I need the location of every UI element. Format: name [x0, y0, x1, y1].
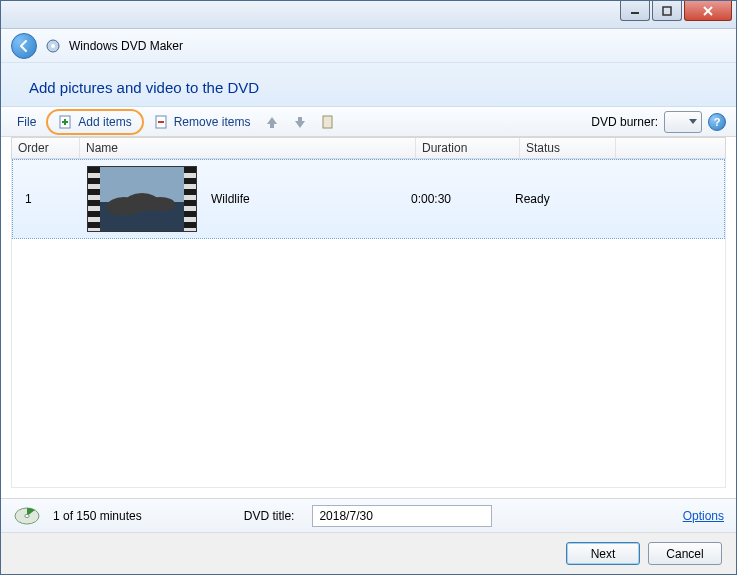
list-area: Order Name Duration Status 1 Wildlife 0:…: [1, 137, 736, 498]
column-order[interactable]: Order: [12, 138, 80, 158]
add-items-icon: [58, 114, 74, 130]
column-name[interactable]: Name: [80, 138, 416, 158]
disc-usage-icon: [13, 506, 41, 526]
remove-items-label: Remove items: [174, 115, 251, 129]
list-body: 1 Wildlife 0:00:30 Ready: [11, 159, 726, 488]
list-header: Order Name Duration Status: [11, 137, 726, 159]
title-bar: [1, 1, 736, 29]
minutes-used-text: 1 of 150 minutes: [53, 509, 142, 523]
file-menu-label: File: [17, 115, 36, 129]
cell-name: Wildlife: [205, 192, 405, 206]
back-button[interactable]: [11, 33, 37, 59]
chevron-down-icon: [689, 119, 697, 125]
column-duration[interactable]: Duration: [416, 138, 520, 158]
button-bar: Next Cancel: [1, 532, 736, 574]
status-bar: 1 of 150 minutes DVD title: Options: [1, 498, 736, 532]
wizard-heading: Add pictures and video to the DVD: [29, 79, 708, 96]
maximize-button[interactable]: [652, 1, 682, 21]
dvd-burner-dropdown[interactable]: [664, 111, 702, 133]
cell-order: 1: [19, 192, 79, 206]
svg-rect-1: [663, 7, 671, 15]
help-button[interactable]: ?: [708, 113, 726, 131]
next-button[interactable]: Next: [566, 542, 640, 565]
wizard-header: Add pictures and video to the DVD: [1, 63, 736, 107]
add-items-button[interactable]: Add items: [56, 112, 133, 132]
remove-items-icon: [154, 114, 170, 130]
column-status[interactable]: Status: [520, 138, 616, 158]
add-items-label: Add items: [78, 115, 131, 129]
nav-bar: Windows DVD Maker: [1, 29, 736, 63]
cell-status: Ready: [509, 192, 605, 206]
toolbar: File Add items Remove items DVD burner: …: [1, 107, 736, 137]
arrow-up-icon: [264, 114, 280, 130]
dvd-title-input[interactable]: [312, 505, 492, 527]
move-up-button[interactable]: [260, 112, 284, 132]
video-thumbnail: [87, 166, 197, 232]
svg-point-10: [25, 514, 29, 517]
dvd-burner-label: DVD burner:: [591, 115, 658, 129]
arrow-down-icon: [292, 114, 308, 130]
app-title: Windows DVD Maker: [69, 39, 183, 53]
svg-rect-8: [323, 116, 332, 128]
dvd-title-label: DVD title:: [244, 509, 295, 523]
cell-duration: 0:00:30: [405, 192, 509, 206]
list-item[interactable]: 1 Wildlife 0:00:30 Ready: [12, 159, 725, 239]
svg-point-5: [51, 44, 55, 48]
app-icon: [45, 38, 61, 54]
file-menu[interactable]: File: [11, 113, 42, 131]
window-controls: [620, 1, 736, 21]
cancel-button[interactable]: Cancel: [648, 542, 722, 565]
minimize-button[interactable]: [620, 1, 650, 21]
properties-button[interactable]: [316, 112, 340, 132]
add-items-highlight: Add items: [46, 109, 143, 135]
window: Windows DVD Maker Add pictures and video…: [0, 0, 737, 575]
close-button[interactable]: [684, 1, 732, 21]
options-link[interactable]: Options: [683, 509, 724, 523]
move-down-button[interactable]: [288, 112, 312, 132]
remove-items-button[interactable]: Remove items: [148, 112, 257, 132]
properties-icon: [320, 114, 336, 130]
